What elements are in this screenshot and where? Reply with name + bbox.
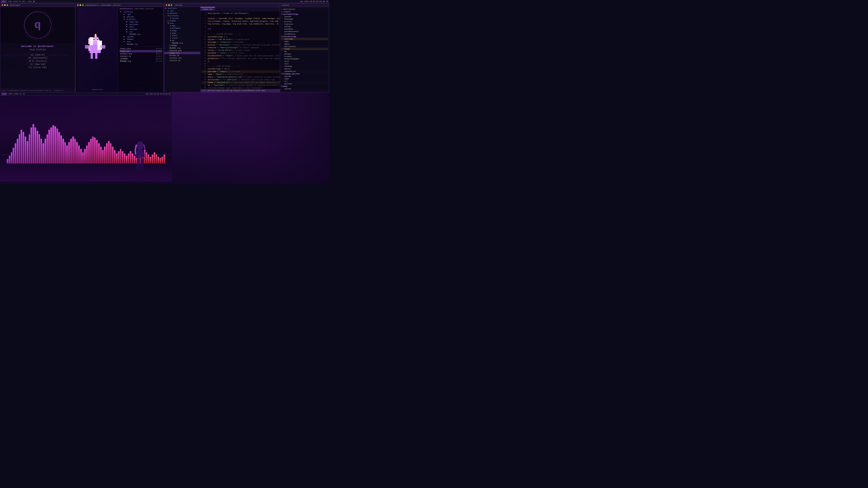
outline-username[interactable]: username	[281, 38, 328, 40]
file-entry-personal[interactable]: ▶ personal	[120, 23, 162, 26]
file-entry-work[interactable]: ▶ work	[120, 26, 162, 28]
qute-menu-quickmarks[interactable]: [b] [Quickmarks]	[5, 57, 70, 60]
outline-profile[interactable]: profile	[281, 20, 328, 23]
outline-name2[interactable]: name	[281, 77, 328, 80]
maximize-icon[interactable]	[6, 4, 8, 6]
outline-pkgs[interactable]: ▼ pkgs	[281, 85, 328, 88]
viz-bar-52	[110, 143, 112, 164]
tree-item-system[interactable]: ▶ system	[164, 17, 200, 20]
tree-item-themes[interactable]: ▶ themes	[164, 20, 200, 22]
tree-item-profiles[interactable]: ▼ profiles	[164, 14, 200, 17]
outline-systemsettings[interactable]: ▼ systemSettings	[281, 13, 328, 15]
statusbar-fileinfo: 7.5k .dotfiles/flake.nix 3:0 Top Produce…	[202, 90, 266, 92]
file-entry-profiles[interactable]: ▼ profiles	[120, 18, 162, 21]
pony-label: rapidash-galar	[78, 89, 117, 90]
tree-item-flakenix[interactable]: · flake.nix	[164, 52, 200, 54]
file-entry-readme-profiles[interactable]: · README.org	[120, 33, 162, 35]
outline-font[interactable]: font	[281, 63, 328, 65]
file-entry-readme-main[interactable]: · README.org	[120, 43, 162, 45]
tree-item-hardware[interactable]: ▶ hardware	[164, 27, 200, 29]
tree-item-git[interactable]: ▶ .git	[164, 9, 200, 12]
outline-email[interactable]: email	[281, 43, 328, 45]
minimize-icon[interactable]	[4, 4, 6, 6]
tree-item-readme2[interactable]: · README.org	[164, 47, 200, 49]
outline-editor[interactable]: editor	[281, 68, 328, 70]
maximize-icon[interactable]	[170, 4, 172, 6]
folder-icon: ▼	[168, 15, 169, 17]
outline-description[interactable]: ▶ description	[281, 8, 328, 10]
outline-src[interactable]: src	[281, 80, 328, 83]
outline-name[interactable]: name	[281, 40, 328, 43]
outline-browser[interactable]: browser	[281, 55, 328, 58]
file-entry-dotfiles[interactable]: ▼ .dotfiles	[120, 11, 162, 13]
outline-theme[interactable]: theme	[281, 48, 328, 50]
outline-locale[interactable]: locale	[281, 25, 328, 28]
tree-item-pkgs[interactable]: ▶ pkgs	[164, 32, 200, 34]
qute-menu-closetab[interactable]: [x] [Close tab]	[5, 66, 70, 69]
file-entry-license[interactable]: LICENSE 34.2 K	[120, 57, 162, 60]
outline-wm[interactable]: wm	[281, 50, 328, 53]
tree-item-patches[interactable]: ▶ patches	[164, 12, 200, 14]
tree-item-shell[interactable]: ▶ shell	[164, 34, 200, 37]
tree-item-license[interactable]: · LICENSE	[164, 44, 200, 47]
maximize-icon[interactable]	[82, 4, 84, 6]
close-icon[interactable]	[77, 4, 79, 6]
qute-menu-history[interactable]: [$ h] [History]	[5, 60, 70, 63]
tree-item-dotfiles[interactable]: ▼ .dotfiles	[164, 7, 200, 9]
tree-item-app[interactable]: ▶ app	[164, 24, 200, 27]
folder-icon: ▶	[168, 20, 169, 22]
outline-outputs[interactable]: ▶ outputs	[281, 10, 328, 13]
file-entry-worklab[interactable]: ▶ worklab	[120, 28, 162, 31]
tree-item-user[interactable]: ▼ user	[164, 22, 200, 24]
tree-item-installorg[interactable]: · install.org	[164, 57, 200, 59]
qute-menu-newtab[interactable]: [t] [New tab]	[5, 63, 70, 66]
svg-rect-24	[141, 158, 143, 168]
outline-timezone[interactable]: timezone	[281, 23, 328, 25]
editor-sidebar[interactable]: ▼ .dotfiles ▶ .git ▶ patches ▼ profiles	[164, 7, 200, 92]
tree-item-desktoppng[interactable]: · desktop.png	[164, 49, 200, 52]
outline-spawneditor[interactable]: spawnEditor	[281, 70, 328, 72]
minimize-icon[interactable]	[80, 4, 81, 6]
outline-fontpkg[interactable]: fontPkg	[281, 65, 328, 68]
outline-grubdevice[interactable]: grubDevice	[281, 33, 328, 35]
file-entry-system[interactable]: ▶ system	[120, 35, 162, 38]
tree-item-style[interactable]: ▶ style	[164, 37, 200, 39]
tree-item-installsh[interactable]: · install.sh	[164, 59, 200, 62]
file-entry-readme[interactable]: README.org 14.2 K	[120, 60, 162, 62]
outline-usersettings[interactable]: ▼ userSettings	[281, 35, 328, 38]
outline-content[interactable]: ▶ description ▶ outputs ▼ systemSettings…	[280, 7, 329, 92]
file-entry-flakelock[interactable]: flake.lock 27.5 K	[120, 47, 162, 50]
close-icon[interactable]	[2, 4, 3, 6]
tree-item-readme-org[interactable]: · README.org	[164, 42, 200, 44]
qute-menu-search[interactable]: [o] [Search]	[5, 53, 70, 57]
outline-nixpkgspatched[interactable]: ▼ nixpkgs-patched	[281, 72, 328, 75]
close-icon[interactable]	[166, 4, 167, 6]
outline-bootmountpath[interactable]: bootMountPath	[281, 30, 328, 33]
tree-item-wm[interactable]: ▶ wm	[164, 39, 200, 42]
tab-flakenix[interactable]: flake.nix	[200, 7, 215, 11]
outline-hostname[interactable]: hostname	[281, 18, 328, 20]
outline-defaultroamdir[interactable]: defaultRoamDir	[281, 58, 328, 60]
outline-system2[interactable]: system	[281, 75, 328, 77]
file-entry-installsh[interactable]: install.sh 4.53 K	[120, 55, 162, 57]
outline-patches2[interactable]: patches	[281, 83, 328, 85]
outline-term[interactable]: term	[281, 60, 328, 63]
outline-system3[interactable]: system	[281, 88, 328, 90]
file-entry-git[interactable]: ▶ .git	[120, 13, 162, 15]
svg-rect-25	[136, 167, 140, 171]
minimize-icon[interactable]	[168, 4, 170, 6]
file-entry-homelab[interactable]: ▶ home.lab	[120, 21, 162, 23]
file-entry-flakenix[interactable]: flake.nix 2.26 K	[120, 50, 162, 53]
svg-rect-26	[141, 167, 144, 171]
file-entry-wsl[interactable]: ▶ wsl	[120, 31, 162, 33]
file-entry-installog[interactable]: install.org 10.6 K	[120, 53, 162, 55]
outline-system[interactable]: system	[281, 15, 328, 18]
outline-wmtype[interactable]: wmType	[281, 53, 328, 55]
outline-bootmode[interactable]: bootMode	[281, 28, 328, 30]
tree-item-hardensh[interactable]: · harden.sh	[164, 54, 200, 57]
file-entry-themes[interactable]: ▶ themes	[120, 38, 162, 40]
outline-dotfilesdir[interactable]: dotfilesDir	[281, 45, 328, 48]
file-entry-patches[interactable]: ▶ patches	[120, 15, 162, 18]
file-entry-user[interactable]: ▼ user	[120, 40, 162, 43]
tree-item-lang[interactable]: ▶ lang	[164, 29, 200, 32]
